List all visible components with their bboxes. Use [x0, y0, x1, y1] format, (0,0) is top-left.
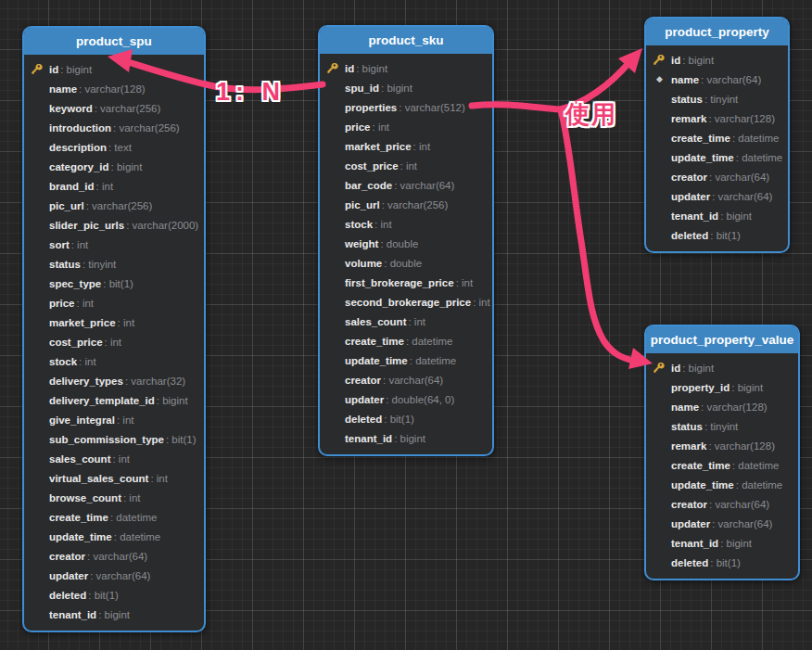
- field-product_spu-status: status: tinyint: [24, 254, 204, 274]
- field-product_sku-weight: weight: double: [320, 234, 492, 253]
- field-name: tenant_id: [49, 609, 96, 620]
- field-type: : varchar(128): [701, 401, 768, 413]
- field-type: : int: [408, 316, 425, 327]
- field-name: first_brokerage_price: [345, 277, 454, 288]
- table-product_spu[interactable]: product_spuid: bigintname: varchar(128)k…: [22, 26, 206, 632]
- field-name: updater: [345, 394, 384, 405]
- table-fields-product_sku: id: bigintspu_id: bigintproperties: varc…: [320, 54, 492, 454]
- field-type: : int: [413, 141, 431, 152]
- field-type: : datetime: [732, 460, 780, 471]
- field-product_spu-market_price: market_price: int: [24, 312, 204, 332]
- field-name: spu_id: [345, 83, 379, 94]
- field-type: : int: [71, 239, 89, 250]
- field-type: : bit(1): [384, 414, 414, 425]
- field-product_spu-keyword: keyword: varchar(256): [24, 98, 204, 118]
- field-name: update_time: [49, 531, 112, 542]
- field-name: weight: [345, 238, 378, 249]
- field-name: tenant_id: [345, 433, 392, 444]
- field-type: : int: [77, 298, 95, 309]
- field-product_property_value-name: name: varchar(128): [646, 397, 798, 416]
- field-type: : varchar(128): [79, 83, 146, 95]
- field-product_sku-spu_id: spu_id: bigint: [320, 78, 492, 97]
- field-product_spu-introduction: introduction: varchar(256): [24, 118, 204, 137]
- field-name: deleted: [49, 590, 86, 601]
- table-title-product_property_value[interactable]: product_property_value: [646, 326, 798, 353]
- field-name: deleted: [671, 230, 708, 241]
- field-name: deleted: [345, 414, 382, 425]
- field-product_spu-cost_price: cost_price: int: [24, 332, 204, 351]
- field-product_spu-pic_url: pic_url: varchar(256): [24, 196, 204, 215]
- field-product_sku-deleted: deleted: bit(1): [320, 409, 492, 428]
- field-product_sku-stock: stock: int: [320, 214, 492, 234]
- field-name: give_integral: [49, 414, 115, 426]
- field-name: description: [49, 142, 107, 153]
- field-name: second_brokerage_price: [345, 297, 471, 308]
- field-type: : varchar(64): [709, 172, 769, 183]
- table-title-product_sku[interactable]: product_sku: [320, 27, 492, 54]
- field-product_spu-updater: updater: varchar(64): [24, 566, 204, 585]
- field-type: : bigint: [60, 64, 92, 75]
- field-type: : double: [380, 238, 418, 249]
- field-name: id: [671, 363, 680, 374]
- field-name: pic_url: [49, 200, 84, 211]
- field-type: : int: [473, 297, 490, 308]
- field-type: : tinyint: [704, 94, 738, 105]
- field-type: : varchar(2000): [126, 220, 198, 231]
- field-product_property_value-tenant_id: tenant_id: bigint: [646, 533, 798, 553]
- field-product_spu-give_integral: give_integral: int: [24, 410, 204, 429]
- table-product_property[interactable]: product_propertyid: bigint◆name: varchar…: [644, 17, 790, 253]
- field-product_sku-update_time: update_time: datetime: [320, 350, 492, 370]
- field-type: : bigint: [720, 210, 752, 222]
- field-type: : varchar(256): [113, 122, 180, 134]
- field-name: market_price: [345, 141, 412, 152]
- field-name: delivery_types: [49, 376, 123, 387]
- field-product_property-tenant_id: tenant_id: bigint: [646, 206, 788, 225]
- field-name: cost_price: [345, 160, 399, 172]
- field-type: : bigint: [682, 363, 714, 374]
- field-product_property-update_time: update_time: datetime: [646, 147, 788, 167]
- field-product_sku-id: id: bigint: [320, 58, 492, 78]
- field-type: : varchar(32): [125, 376, 185, 387]
- field-type: : datetime: [736, 152, 783, 163]
- field-type: : bit(1): [88, 590, 119, 601]
- field-type: : bit(1): [710, 230, 741, 241]
- field-name: create_time: [49, 512, 108, 523]
- field-name: brand_id: [49, 181, 95, 192]
- field-product_property_value-creator: creator: varchar(64): [646, 494, 798, 514]
- field-product_property-updater: updater: varchar(64): [646, 186, 788, 206]
- field-product_spu-browse_count: browse_count: int: [24, 488, 204, 507]
- field-name: bar_code: [345, 180, 392, 191]
- field-product_sku-first_brokerage_price: first_brokerage_price: int: [320, 273, 492, 292]
- field-name: market_price: [49, 317, 116, 328]
- field-name: update_time: [671, 152, 734, 163]
- field-type: : bigint: [356, 63, 387, 74]
- table-product_property_value[interactable]: product_property_valueid: bigintproperty…: [644, 325, 800, 580]
- field-product_property-id: id: bigint: [646, 50, 788, 70]
- table-title-product_property[interactable]: product_property: [646, 19, 788, 45]
- table-title-product_spu[interactable]: product_spu: [24, 28, 204, 55]
- field-type: : datetime: [732, 133, 780, 144]
- table-product_sku[interactable]: product_skuid: bigintspu_id: bigintprope…: [318, 25, 494, 456]
- relation-arrow-to-property-value: [561, 110, 634, 361]
- primary-key-icon: [31, 63, 43, 75]
- field-type: : varchar(64): [709, 499, 769, 510]
- field-product_sku-volume: volume: double: [320, 253, 492, 273]
- field-type: : datetime: [410, 355, 457, 366]
- field-name: browse_count: [49, 492, 121, 503]
- relation-label-one-to-n: 1: N: [216, 78, 285, 107]
- diagram-canvas[interactable]: product_spuid: bigintname: varchar(128)k…: [0, 0, 812, 650]
- field-product_property_value-create_time: create_time: datetime: [646, 455, 798, 475]
- relation-label-use: 使用: [565, 98, 617, 131]
- field-type: : int: [105, 337, 122, 348]
- field-name: name: [671, 74, 699, 85]
- field-product_spu-slider_pic_urls: slider_pic_urls: varchar(2000): [24, 215, 204, 235]
- field-type: : tinyint: [704, 421, 738, 432]
- field-name: update_time: [345, 355, 408, 366]
- field-type: : text: [108, 142, 132, 153]
- field-product_property_value-property_id: property_id: bigint: [646, 377, 798, 397]
- field-name: sort: [49, 239, 70, 250]
- field-name: pic_url: [345, 199, 380, 210]
- field-name: virtual_sales_count: [49, 473, 148, 484]
- field-product_sku-sales_count: sales_count: int: [320, 312, 492, 331]
- field-type: : int: [79, 356, 96, 367]
